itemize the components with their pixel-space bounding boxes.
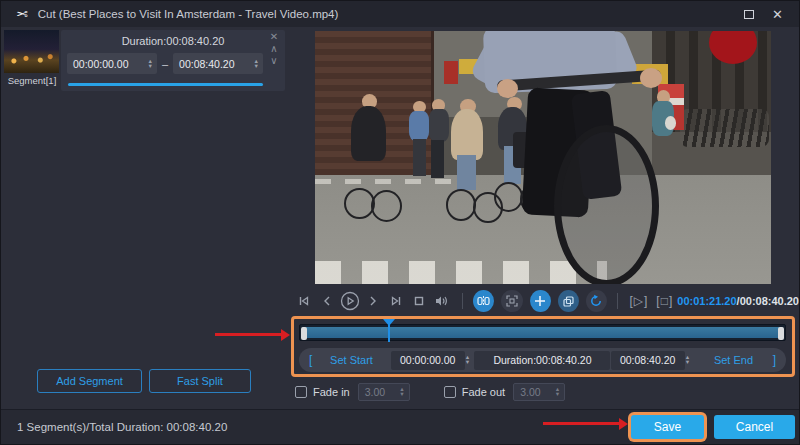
scene-cyclist1-body — [351, 106, 386, 162]
scene-cyclist1-wheel — [371, 190, 402, 222]
maximize-icon[interactable] — [744, 10, 754, 19]
step-back-icon[interactable] — [316, 290, 337, 312]
skip-to-start-icon[interactable] — [293, 290, 314, 312]
scene-pedestrian1-body — [409, 111, 429, 141]
trim-start-field[interactable]: 00:00:00.00 — [391, 351, 465, 370]
annotation-arrow-save — [543, 422, 619, 425]
trim-end-field[interactable]: 00:08:40.20 — [611, 351, 685, 370]
range-dash: – — [162, 58, 168, 70]
annotation-arrow-timeline — [215, 333, 281, 336]
trim-end-spinner[interactable]: ▲▼ — [685, 355, 694, 365]
end-bracket-icon: ] — [773, 353, 776, 367]
time-display: 00:01:21.20/00:08:40.20 — [677, 295, 799, 307]
trim-highlight-box: [ Set Start 00:00:00.00 ▲▼ Duration:00:0… — [291, 316, 795, 377]
timeline-start-handle[interactable] — [301, 327, 307, 340]
crop-button[interactable] — [501, 290, 522, 312]
fade-options: Fade in 3.00 ▲▼ Fade out 3.00 ▲▼ — [295, 382, 795, 402]
stop-icon[interactable] — [409, 290, 430, 312]
segment-move-down-icon[interactable]: ∨ — [270, 55, 277, 67]
trim-settings-bar: [ Set Start 00:00:00.00 ▲▼ Duration:00:0… — [299, 348, 786, 372]
fade-out-duration-field[interactable]: 3.00 ▲▼ — [513, 383, 565, 401]
total-time: /00:08:40.20 — [737, 295, 799, 307]
add-segment-button[interactable]: Add Segment — [37, 369, 142, 393]
playhead[interactable] — [388, 325, 390, 342]
segment-start-spinner[interactable]: ▲▼ — [147, 59, 156, 69]
video-preview — [315, 31, 771, 284]
skip-to-end-icon[interactable] — [386, 290, 407, 312]
scene-pedestrian1-legs — [413, 139, 427, 177]
scene-cyclist2-legs — [457, 155, 475, 190]
add-segment-icon-button[interactable] — [530, 290, 551, 312]
titlebar: ✂ Cut (Best Places to Visit In Amsterdam… — [1, 1, 799, 27]
scene-road-markings — [315, 179, 461, 184]
segment-summary: 1 Segment(s)/Total Duration: 00:08:40.20 — [17, 421, 227, 433]
segment-duration-label: Duration:00:08:40.20 — [61, 30, 285, 47]
scene-pedestrian3-bag — [665, 116, 676, 130]
fade-out-spinner[interactable]: ▲▼ — [555, 387, 564, 397]
trim-duration-label: Duration:00:08:40.20 — [474, 351, 610, 370]
timeline-end-handle[interactable] — [778, 327, 784, 340]
segment-start-field[interactable]: 00:00:00.00 ▲▼ — [67, 53, 157, 74]
current-time: 00:01:21.20 — [677, 295, 736, 307]
scene-crosswalk — [315, 261, 607, 284]
copy-segment-button[interactable] — [558, 290, 579, 312]
fade-in-duration-field[interactable]: 3.00 ▲▼ — [358, 383, 410, 401]
segment-thumbnail[interactable] — [4, 30, 59, 73]
cut-dialog-window: ✂ Cut (Best Places to Visit In Amsterdam… — [0, 0, 800, 445]
close-icon[interactable]: ✕ — [772, 8, 783, 21]
segment-move-up-icon[interactable]: ∧ — [270, 43, 277, 55]
trim-start-spinner[interactable]: ▲▼ — [465, 355, 474, 365]
volume-icon[interactable] — [432, 290, 453, 312]
scissors-icon: ✂ — [16, 6, 28, 22]
statusbar: 1 Segment(s)/Total Duration: 00:08:40.20… — [1, 409, 800, 445]
set-start-button[interactable]: Set Start — [313, 354, 391, 366]
fast-split-button[interactable]: Fast Split — [149, 369, 251, 393]
segment-label[interactable]: Segment[1] — [3, 75, 61, 86]
scene-foreground-hand — [640, 68, 662, 88]
playback-controls: [▷] [□] 00:01:21.20/00:08:40.20 — [293, 289, 799, 313]
segment-end-field[interactable]: 00:08:40.20 ▲▼ — [173, 53, 263, 74]
scene-foreground-wheel — [554, 125, 659, 284]
segment-card[interactable]: Duration:00:08:40.20 00:00:00.00 ▲▼ – 00… — [61, 30, 285, 91]
set-end-button[interactable]: Set End — [694, 354, 772, 366]
timeline-selected-range — [302, 327, 783, 338]
fade-out-label: Fade out — [462, 386, 505, 398]
divider — [617, 293, 618, 309]
cancel-button[interactable]: Cancel — [714, 415, 795, 439]
segment-range-bar — [68, 83, 263, 86]
reset-button[interactable] — [586, 290, 607, 312]
split-segment-button[interactable] — [473, 290, 494, 312]
scene-cyclist2-wheel — [446, 189, 476, 221]
timeline-track[interactable] — [299, 324, 786, 341]
fade-out-checkbox[interactable] — [444, 386, 456, 398]
fade-in-label: Fade in — [313, 386, 350, 398]
segment-delete-icon[interactable]: ✕ — [270, 31, 278, 43]
segment-end-spinner[interactable]: ▲▼ — [254, 59, 263, 69]
playhead-marker-icon[interactable] — [383, 319, 395, 326]
scene-red-sign — [444, 61, 459, 84]
fade-in-spinner[interactable]: ▲▼ — [399, 387, 408, 397]
play-segment-button[interactable]: [▷] — [629, 294, 648, 308]
scene-cyclist3-wheel — [494, 182, 523, 212]
scene-pedestrian2-body — [429, 109, 449, 142]
scene-parked-bikes — [680, 109, 769, 147]
window-title: Cut (Best Places to Visit In Amsterdam -… — [38, 8, 339, 20]
scene-pedestrian2-legs — [431, 140, 444, 178]
play-icon[interactable] — [339, 290, 360, 312]
divider — [462, 293, 463, 309]
step-forward-icon[interactable] — [362, 290, 383, 312]
fade-in-checkbox[interactable] — [295, 386, 307, 398]
scene-cyclist2-body — [451, 109, 483, 160]
save-button[interactable]: Save — [631, 415, 704, 439]
stop-segment-button[interactable]: [□] — [656, 294, 673, 308]
